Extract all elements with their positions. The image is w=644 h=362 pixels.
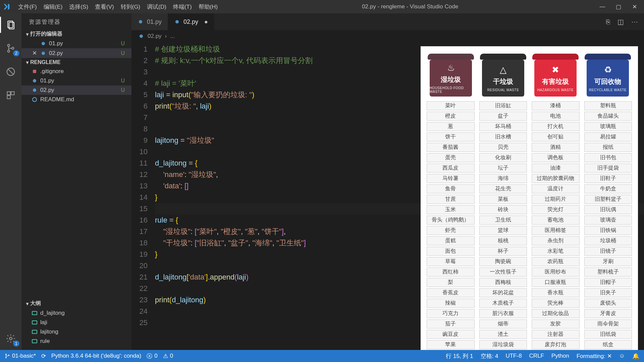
svg-rect-8 <box>7 96 10 99</box>
indentation[interactable]: 空格: 4 <box>481 352 498 360</box>
settings-gear-icon[interactable]: 1 <box>3 332 19 345</box>
python-interpreter[interactable]: Python 3.6.4 64-bit ('de8ug': conda) <box>51 353 141 359</box>
python-file-icon <box>40 42 46 45</box>
scm-badge: 2 <box>13 50 19 56</box>
problems-errors[interactable]: ⓧ 0 <box>147 352 157 360</box>
outline-item[interactable]: d_lajitong <box>21 308 131 318</box>
menu-help[interactable]: 帮助(H) <box>195 3 221 11</box>
folder-list: .gitignore01.pyU02.pyUREADME.md <box>21 67 131 104</box>
trash-item-cell: 渣土 <box>479 330 527 339</box>
trash-item-cell: 湿垃圾袋 <box>479 340 527 349</box>
trash-item-cell: 荧光灯 <box>532 205 580 214</box>
explorer-activity-icon[interactable] <box>3 18 19 32</box>
problems-warnings[interactable]: ⚠ 0 <box>163 353 173 360</box>
file-name: 02.py <box>40 87 54 94</box>
more-actions-icon[interactable]: ⋯ <box>631 18 638 26</box>
trash-items-column: 漆桶电池打火机创可贴酒精调色板油漆过期的胶囊药物温度计过期药片荧光灯蓄电池医用棉… <box>532 101 580 350</box>
cursor-position[interactable]: 行 15, 列 1 <box>446 352 473 360</box>
svg-point-3 <box>8 50 10 52</box>
formatting-status[interactable]: Formatting: ✕ <box>577 353 612 360</box>
trash-item-cell: 茄子 <box>427 319 475 328</box>
sidebar-title: 资源管理器 <box>21 13 131 29</box>
trash-items-column: 菜叶橙皮葱饼干番茄酱蛋壳西瓜皮马铃薯鱼骨甘蔗玉米骨头（鸡鸭鹅）虾壳蛋糕面包草莓西… <box>427 101 475 350</box>
symbol-name: rule <box>40 338 50 345</box>
trash-item-cell: 牙刷 <box>584 257 632 266</box>
extensions-activity-icon[interactable] <box>3 88 19 102</box>
branch-name: 01-basic* <box>12 353 36 359</box>
trash-item-cell: 旧水槽 <box>479 132 527 141</box>
trash-item-cell: 甘蔗 <box>427 195 475 204</box>
language-mode[interactable]: Python <box>551 353 569 359</box>
editor-tab[interactable]: 01.py <box>131 13 168 30</box>
folder-file-item[interactable]: 02.pyU <box>21 85 131 95</box>
breadcrumb[interactable]: 02.py › ... <box>131 30 644 42</box>
git-branch-indicator[interactable]: 01-basic* <box>5 353 36 359</box>
trash-item-cell: 报纸 <box>584 143 632 152</box>
open-editors-header[interactable]: ▾打开的编辑器 <box>21 29 131 39</box>
dirty-indicator-icon[interactable]: ● <box>204 18 208 25</box>
outline-item[interactable]: lajitong <box>21 327 131 337</box>
close-icon[interactable]: ✕ <box>32 50 38 57</box>
minimize-button[interactable]: — <box>599 3 606 10</box>
python-file-icon <box>40 52 46 55</box>
breadcrumb-more: ... <box>170 33 175 40</box>
trash-item-cell: 农药瓶 <box>532 257 580 266</box>
svg-point-10 <box>6 354 7 355</box>
feedback-smiley-icon[interactable]: ☺ <box>619 353 625 359</box>
bin-icon: ✖ <box>552 65 559 75</box>
trash-bins-row: ♨湿垃圾HOUSEHOLD FOOD WASTE△干垃圾RESIDUAL WAS… <box>427 54 632 97</box>
trash-item-cell: 电池 <box>532 112 580 121</box>
outline-header[interactable]: ▾大纲 <box>21 299 131 308</box>
folder-file-item[interactable]: README.md <box>21 95 131 104</box>
close-button[interactable]: ✕ <box>631 3 638 10</box>
outline-label: 大纲 <box>30 300 41 307</box>
folder-header[interactable]: ▾RENGLEME <box>21 58 131 67</box>
outline-list: d_lajitonglajilajitongrule <box>21 308 131 350</box>
trash-item-cell: 苹果 <box>427 340 475 349</box>
trash-item-cell: 发胶 <box>532 319 580 328</box>
menu-terminal[interactable]: 终端(T) <box>170 3 195 11</box>
chevron-down-icon: ▾ <box>24 60 30 65</box>
trash-item-cell: 塑料梳子 <box>584 267 632 277</box>
trash-item-cell: 西梅核 <box>479 278 527 287</box>
editor-tabs: 01.py02.py● ⎘ ◫ ⋯ <box>131 13 644 30</box>
eol[interactable]: CRLF <box>529 353 544 359</box>
menu-view[interactable]: 查看(V) <box>92 3 117 11</box>
menu-file[interactable]: 文件(F) <box>15 3 40 11</box>
outline-item[interactable]: rule <box>21 337 131 346</box>
menu-edit[interactable]: 编辑(E) <box>40 3 66 11</box>
trash-item-cell: 烟蒂 <box>479 319 527 328</box>
trash-item-cell: 脏污衣服 <box>479 309 527 318</box>
notifications-bell-icon[interactable]: 🔔 <box>632 353 639 360</box>
menu-go[interactable]: 转到(G) <box>117 3 144 11</box>
split-editor-icon[interactable]: ◫ <box>618 18 624 26</box>
menu-select[interactable]: 选择(S) <box>66 3 92 11</box>
maximize-button[interactable]: ▢ <box>615 3 622 10</box>
menu-debug[interactable]: 调试(D) <box>144 3 170 11</box>
trash-item-cell: 打火机 <box>532 122 580 131</box>
trash-bin: ♨湿垃圾HOUSEHOLD FOOD WASTE <box>427 54 475 97</box>
trash-item-cell: 旧镜子 <box>584 247 632 256</box>
folder-file-item[interactable]: 01.pyU <box>21 76 131 85</box>
outline-item[interactable]: laji <box>21 318 131 327</box>
compare-changes-icon[interactable]: ⎘ <box>606 18 610 26</box>
tab-label: 02.py <box>183 18 198 25</box>
sync-icon[interactable]: ⟳ <box>41 353 46 360</box>
menu-bar: 文件(F) 编辑(E) 选择(S) 查看(V) 转到(G) 调试(D) 终端(T… <box>15 3 221 11</box>
editor-tab[interactable]: 02.py● <box>168 13 214 30</box>
symbol-variable-icon <box>32 320 38 324</box>
trash-item-cell: 旧纸袋 <box>584 330 632 339</box>
svg-rect-7 <box>11 92 14 95</box>
file-icon <box>32 79 38 82</box>
trash-items-columns: 菜叶橙皮葱饼干番茄酱蛋壳西瓜皮马铃薯鱼骨甘蔗玉米骨头（鸡鸭鹅）虾壳蛋糕面包草莓西… <box>427 101 632 350</box>
encoding[interactable]: UTF-8 <box>505 353 522 359</box>
trash-item-cell: 骨头（鸡鸭鹅） <box>427 216 475 225</box>
open-editor-item[interactable]: 01.pyU <box>21 39 131 48</box>
folder-file-item[interactable]: .gitignore <box>21 67 131 76</box>
open-editor-item[interactable]: ✕02.pyU <box>21 48 131 58</box>
trash-item-cell: 香水瓶 <box>532 288 580 297</box>
testing-activity-icon[interactable] <box>3 65 19 78</box>
scm-activity-icon[interactable]: 2 <box>3 42 19 55</box>
symbol-variable-icon <box>32 330 38 334</box>
trash-item-cell: 旧夹子 <box>584 288 632 297</box>
